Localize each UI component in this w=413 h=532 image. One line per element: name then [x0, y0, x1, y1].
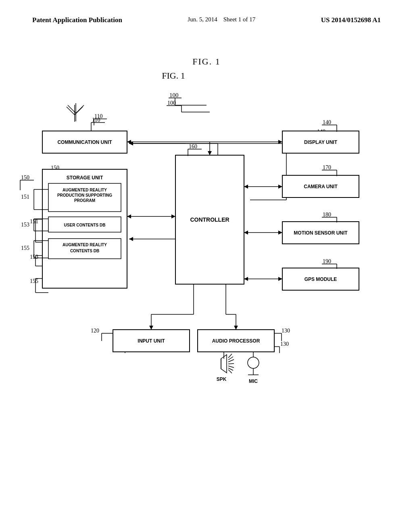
ref-100: 100 — [167, 100, 176, 106]
header-date-sheet — [204, 11, 209, 18]
svg-line-93 — [228, 354, 232, 358]
arrow-camera-left — [244, 185, 248, 189]
arrow-gps-left — [244, 277, 248, 281]
ref-155: 155 — [21, 245, 29, 251]
mic-label: MIC — [249, 378, 258, 384]
communication-unit-label: COMMUNICATION UNIT — [57, 139, 112, 145]
camera-unit-label: CAMERA UNIT — [304, 184, 338, 189]
arrow-camera-right — [278, 185, 282, 189]
ref-190: 190 — [323, 258, 331, 264]
ref-130: 130 — [282, 328, 290, 334]
arrow-controller-to-comm — [127, 140, 131, 144]
svg-line-99 — [228, 370, 232, 373]
full-diagram: FIG. 1 100 110 COMMUNICATION UNIT STORAG… — [0, 52, 413, 532]
arrow-to-audio — [234, 326, 238, 330]
svg-line-97 — [228, 366, 234, 368]
ar-program-line3: PROGRAM — [74, 198, 95, 203]
arrow-storage-left — [127, 214, 131, 218]
ar-program-line1: AUGMENTED REALITY — [63, 188, 107, 192]
user-contents-db-label: USER CONTENTS DB — [64, 223, 106, 227]
ref-153: 153 — [21, 222, 29, 228]
arrow-to-input — [149, 326, 153, 330]
input-unit-label: INPUT UNIT — [138, 338, 165, 344]
gps-module-label: GPS MODULE — [305, 276, 337, 282]
ref-120: 120 — [91, 328, 99, 334]
ref-160: 160 — [189, 143, 197, 150]
main-svg: FIG. 1 100 110 COMMUNICATION UNIT STORAG… — [0, 52, 413, 532]
ref-150: 150 — [21, 175, 29, 181]
ref-110: 110 — [92, 117, 100, 123]
arrow-storage-right — [171, 214, 175, 218]
ref-140: 140 — [323, 119, 331, 125]
spk-label: SPK — [217, 376, 227, 382]
audio-processor-label: AUDIO PROCESSOR — [212, 338, 260, 344]
svg-line-63 — [75, 107, 83, 115]
ref-151: 151 — [21, 194, 29, 200]
arrow-motion-left — [244, 231, 248, 235]
svg-line-62 — [67, 107, 75, 115]
ref-180: 180 — [323, 212, 331, 218]
ar-contents-db-line2: CONTENTS DB — [70, 249, 99, 253]
display-unit-label: DISPLAY UNIT — [304, 139, 338, 145]
mic-icon — [248, 357, 259, 368]
ar-program-line2: PRODUCTION SUPPORTING — [57, 193, 112, 197]
svg-line-96 — [228, 364, 234, 364]
arrow-motion-right — [278, 231, 282, 235]
header-bar — [0, 0, 413, 18]
controller-label: CONTROLLER — [190, 216, 229, 223]
storage-unit-label: STORAGE UNIT — [67, 175, 103, 181]
ar-contents-db-line1: AUGMENTED REALITY — [63, 243, 107, 247]
fig-title-svg: FIG. 1 — [162, 71, 185, 81]
arrow-comm-to-controller — [208, 151, 212, 155]
arrow-to-display — [278, 140, 282, 144]
ref-170: 170 — [323, 164, 331, 170]
svg-line-95 — [228, 360, 234, 362]
arrow-gps-right — [278, 277, 282, 281]
motion-sensor-label: MOTION SENSOR UNIT — [294, 230, 348, 236]
